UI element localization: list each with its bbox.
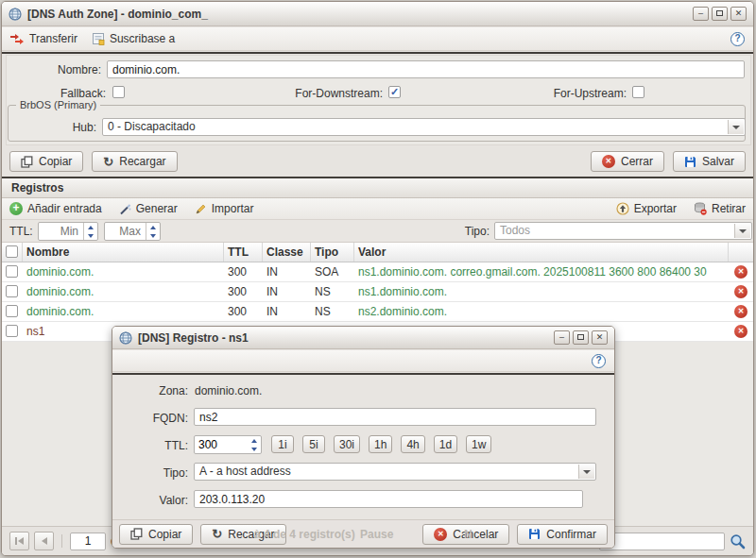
prev-page-button[interactable] <box>34 532 54 550</box>
row-checkbox[interactable] <box>6 305 18 317</box>
first-page-button[interactable] <box>9 532 29 550</box>
add-icon: + <box>9 202 23 215</box>
recargar-button[interactable]: ↻ Recargar <box>92 151 177 172</box>
wand-icon <box>119 203 131 215</box>
col-valor[interactable]: Valor <box>354 243 729 262</box>
hub-select[interactable]: 0 - Discapacitado <box>102 118 746 136</box>
row-checkbox[interactable] <box>6 265 18 278</box>
ttl-max-spinner[interactable] <box>104 222 161 241</box>
spinner-arrows-icon[interactable] <box>146 223 160 240</box>
table-row[interactable]: dominio.com. 300 IN SOA ns1.dominio.com.… <box>2 262 753 282</box>
maximize-icon[interactable] <box>573 330 589 345</box>
delete-row-icon[interactable]: ✕ <box>734 305 747 318</box>
fallback-checkbox[interactable] <box>112 86 125 98</box>
ttl-filter-label: TTL: <box>9 225 34 238</box>
nombre-input[interactable] <box>107 60 745 78</box>
cerrar-button[interactable]: ✕ Cerrar <box>591 151 664 172</box>
cell-nombre: dominio.com. <box>23 302 224 321</box>
col-tipo[interactable]: Tipo <box>311 243 354 262</box>
page-number-input[interactable] <box>70 533 106 550</box>
records-filter-row: TTL: Tipo: Todos <box>2 220 753 243</box>
cell-classe: IN <box>263 302 311 321</box>
ttl-preset-button[interactable]: 1d <box>434 435 457 453</box>
ttl-preset-button[interactable]: 30i <box>334 435 360 453</box>
row-checkbox[interactable] <box>6 285 18 297</box>
window-title: [DNS Auth Zone] - dominio_com_ <box>27 8 208 21</box>
cancelar-button[interactable]: ✕ Cancelar <box>422 524 509 545</box>
records-toolbar: + Añadir entrada Generar Importar Export… <box>2 198 753 220</box>
registros-header: Registros <box>2 178 753 198</box>
separator <box>2 52 753 54</box>
table-row[interactable]: dominio.com. 300 IN NS ns2.dominio.com. … <box>2 302 753 322</box>
valor-input[interactable] <box>194 490 583 508</box>
tipo-filter-select[interactable]: Todos <box>494 222 752 240</box>
copy-icon <box>130 528 143 540</box>
ttl-preset-button[interactable]: 1i <box>271 435 294 453</box>
col-ttl[interactable]: TTL <box>224 243 263 262</box>
fqdn-input[interactable] <box>194 408 596 426</box>
modal-copiar-button[interactable]: Copiar <box>119 524 193 545</box>
for-downstream-checkbox[interactable]: ✓ <box>388 86 401 98</box>
copiar-button[interactable]: Copiar <box>9 151 83 172</box>
row-checkbox[interactable] <box>6 325 18 337</box>
ttl-min-spinner[interactable] <box>38 222 98 241</box>
salvar-button[interactable]: Salvar <box>673 151 746 172</box>
spinner-arrows-icon[interactable] <box>83 223 97 240</box>
transfer-arrows-icon <box>10 33 25 45</box>
cell-ttl: 300 <box>224 262 263 281</box>
delete-row-icon[interactable]: ✕ <box>734 265 747 279</box>
for-upstream-checkbox[interactable] <box>632 86 644 98</box>
transferir-button[interactable]: Transferir <box>10 32 77 45</box>
importar-button[interactable]: Importar <box>195 202 254 215</box>
ttl-spinner[interactable] <box>194 435 262 454</box>
chevron-down-icon <box>728 120 744 134</box>
ttl-min-input[interactable] <box>39 223 82 240</box>
col-nombre[interactable]: Nombre <box>23 243 224 262</box>
minimize-icon[interactable]: – <box>693 7 709 21</box>
suscribase-button[interactable]: Suscribase a <box>93 32 175 45</box>
tipo-select[interactable]: A - a host address <box>194 463 596 481</box>
modal-toolbar: ? <box>112 350 614 372</box>
help-icon[interactable]: ? <box>592 354 606 368</box>
select-all-checkbox[interactable] <box>6 245 18 258</box>
maximize-icon[interactable] <box>712 7 728 21</box>
delete-row-icon[interactable]: ✕ <box>734 285 747 298</box>
table-row[interactable]: dominio.com. 300 IN NS ns1.dominio.com. … <box>2 282 753 302</box>
cancel-circle-icon: ✕ <box>434 528 447 541</box>
ttl-preset-button[interactable]: 4h <box>401 435 424 453</box>
ttl-preset-button[interactable]: 1h <box>369 435 392 453</box>
retirar-button[interactable]: Retirar <box>694 202 746 215</box>
search-icon[interactable] <box>730 533 746 550</box>
cell-valor: ns1.dominio.com. <box>354 282 729 301</box>
cell-classe: IN <box>263 262 311 281</box>
globe-icon <box>9 8 22 21</box>
ttl-preset-button[interactable]: 5i <box>302 435 325 453</box>
ttl-preset-button[interactable]: 1w <box>466 435 491 453</box>
generar-button[interactable]: Generar <box>119 202 178 215</box>
ttl-input[interactable] <box>195 436 246 453</box>
delete-row-icon[interactable]: ✕ <box>734 325 747 338</box>
copy-icon <box>21 156 33 168</box>
tipo-label: Tipo: <box>112 466 188 480</box>
exportar-button[interactable]: Exportar <box>616 202 677 215</box>
ttl-max-input[interactable] <box>105 223 145 240</box>
search-input[interactable] <box>599 533 725 550</box>
spinner-arrows-icon[interactable] <box>247 436 261 453</box>
record-modal: [DNS] Registro - ns1 – ✕ ? Zona: dominio… <box>112 326 615 549</box>
reload-icon: ↻ <box>212 528 222 540</box>
minimize-icon[interactable]: – <box>554 330 570 345</box>
close-icon[interactable]: ✕ <box>730 7 747 21</box>
table-header-row: Nombre TTL Classe Tipo Valor <box>2 243 753 262</box>
zona-value: dominio.com. <box>195 384 262 397</box>
zone-actions-row: Copiar ↻ Recargar ✕ Cerrar Salvar <box>9 151 746 172</box>
confirmar-button[interactable]: Confirmar <box>517 524 608 545</box>
modal-recargar-button[interactable]: ↻ Recargar <box>200 524 285 545</box>
help-icon[interactable]: ? <box>730 32 745 46</box>
anadir-entrada-button[interactable]: + Añadir entrada <box>9 202 102 215</box>
cell-ttl: 300 <box>224 302 263 321</box>
ghost-pause-label: Pause <box>360 528 393 541</box>
close-icon[interactable]: ✕ <box>592 330 608 345</box>
col-classe[interactable]: Classe <box>263 243 311 262</box>
chevron-down-icon <box>734 224 750 238</box>
cell-valor: ns2.dominio.com. <box>354 302 729 321</box>
